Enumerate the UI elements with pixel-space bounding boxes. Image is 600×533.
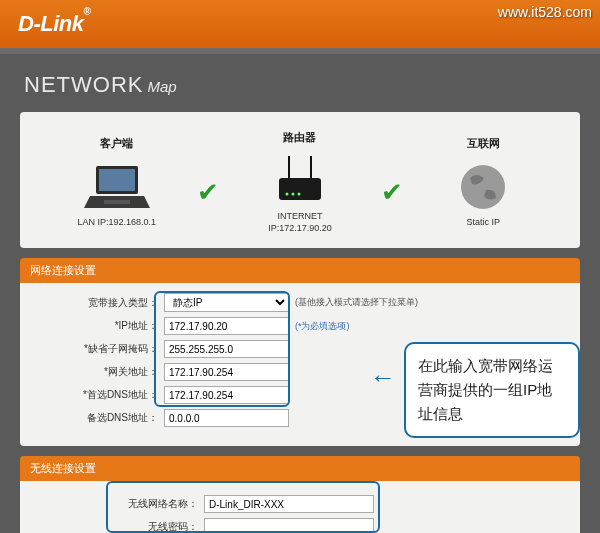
label-access-type: 宽带接入类型：	[34, 296, 164, 310]
brand-logo: D-Link®	[18, 11, 90, 37]
node-internet[interactable]: 互联网 Static IP	[407, 136, 560, 229]
input-gateway[interactable]	[164, 363, 289, 381]
callout-box: 在此输入宽带网络运营商提供的一组IP地址信息	[404, 342, 580, 438]
check-icon: ✔	[377, 157, 407, 208]
input-ip[interactable]	[164, 317, 289, 335]
row-ssid: 无线网络名称：	[34, 495, 566, 513]
node-client[interactable]: 客户端 LAN IP:192.168.0.1	[40, 136, 193, 229]
internet-title: 互联网	[407, 136, 560, 151]
label-ssid: 无线网络名称：	[34, 497, 204, 511]
input-ssid[interactable]	[204, 495, 374, 513]
svg-rect-2	[104, 200, 130, 204]
network-map-panel: 客户端 LAN IP:192.168.0.1 ✔ 路由器	[20, 112, 580, 248]
label-mask: *缺省子网掩码：	[34, 342, 164, 356]
watermark: www.it528.com	[498, 4, 592, 20]
router-icon	[223, 151, 376, 211]
router-caption: INTERNETIP:172.17.90.20	[223, 211, 376, 234]
arrow-icon: ←	[370, 362, 396, 393]
input-pwd[interactable]	[204, 518, 374, 533]
input-dns2[interactable]	[164, 409, 289, 427]
node-router[interactable]: 路由器 INTERNETIP:172.17.90.20	[223, 130, 376, 234]
note-access-type: (基他接入模式请选择下拉菜单)	[295, 296, 418, 309]
select-access-type[interactable]: 静态IP	[164, 293, 289, 312]
client-title: 客户端	[40, 136, 193, 151]
note-required: (*为必填选项)	[295, 320, 350, 333]
row-access-type: 宽带接入类型： 静态IP (基他接入模式请选择下拉菜单)	[34, 293, 566, 312]
svg-point-8	[297, 193, 300, 196]
label-pwd: 无线密码：	[34, 520, 204, 533]
laptop-icon	[40, 157, 193, 217]
page-title: NETWORKMap	[24, 72, 580, 98]
svg-point-7	[291, 193, 294, 196]
globe-icon	[407, 157, 560, 217]
label-dns1: *首选DNS地址：	[34, 388, 164, 402]
client-ip: LAN IP:192.168.0.1	[40, 217, 193, 229]
check-icon: ✔	[193, 157, 223, 208]
row-pwd: 无线密码：	[34, 518, 566, 533]
main-area: NETWORKMap 客户端 LAN IP:192.168.0.1 ✔ 路由器	[0, 54, 600, 533]
input-dns1[interactable]	[164, 386, 289, 404]
internet-mode: Static IP	[407, 217, 560, 229]
row-ip: *IP地址： (*为必填选项)	[34, 317, 566, 335]
label-ip: *IP地址：	[34, 319, 164, 333]
router-title: 路由器	[223, 130, 376, 145]
input-mask[interactable]	[164, 340, 289, 358]
section-body-wireless: 无线网络名称： 无线密码：	[20, 481, 580, 533]
svg-point-6	[285, 193, 288, 196]
label-dns2: 备选DNS地址：	[34, 411, 164, 425]
svg-rect-1	[99, 169, 135, 191]
label-gateway: *网关地址：	[34, 365, 164, 379]
section-header-network: 网络连接设置	[20, 258, 580, 283]
svg-rect-5	[279, 178, 321, 200]
section-header-wireless: 无线连接设置	[20, 456, 580, 481]
svg-point-9	[461, 165, 505, 209]
